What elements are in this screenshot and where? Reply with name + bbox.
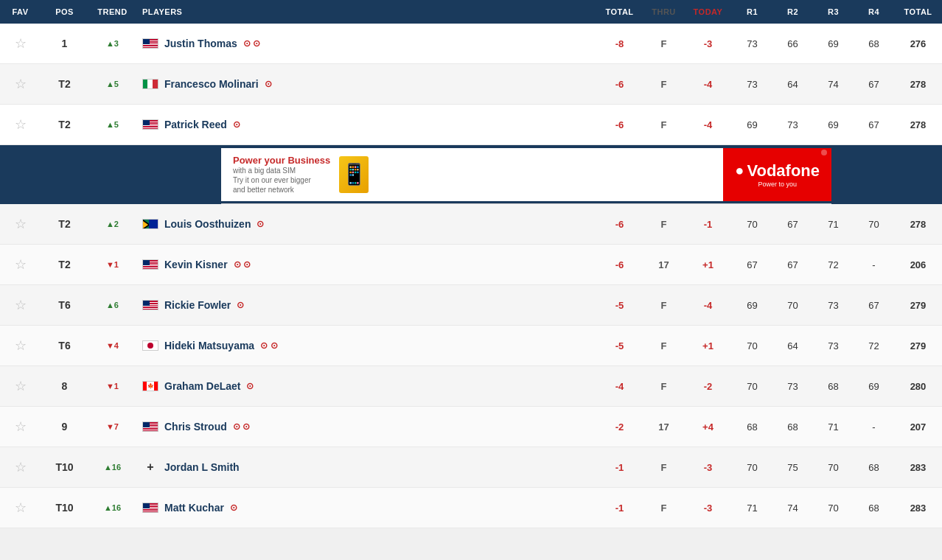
favorite-star[interactable]: ☆: [0, 419, 41, 435]
player-round-2: 70: [772, 300, 813, 311]
player-name[interactable]: Graham DeLaet: [164, 380, 240, 392]
player-info: Francesco Molinari⊙: [136, 78, 596, 90]
header-r3: R3: [813, 7, 854, 16]
table-row: ☆T10▲16Matt Kuchar⊙-1F-371747068283: [0, 488, 942, 528]
player-total: -6: [596, 259, 643, 270]
header-players: PLAYERS: [136, 7, 596, 16]
table-row: ☆9▼7Chris Stroud⊙ ⊙-217+4686871-207: [0, 407, 942, 447]
player-name[interactable]: Patrick Reed: [164, 119, 227, 130]
player-round-2: 66: [772, 38, 813, 49]
header-r2: R2: [772, 7, 813, 16]
player-total2: 280: [894, 381, 942, 392]
player-info: Louis Oosthuizen⊙: [136, 218, 596, 230]
favorite-star[interactable]: ☆: [0, 256, 41, 273]
player-trend: ▲16: [88, 463, 136, 472]
player-info: Matt Kuchar⊙: [136, 502, 596, 514]
player-round-2: 67: [772, 259, 813, 270]
player-round-4: 67: [854, 119, 894, 130]
player-name[interactable]: Hideki Matsuyama: [164, 340, 254, 351]
tracker-icon[interactable]: ⊙: [237, 300, 244, 310]
ad-sub2: Try it on our ever bigger: [233, 175, 330, 185]
table-row: ☆T2▲5Francesco Molinari⊙-6F-473647467278: [0, 64, 942, 105]
player-total2: 283: [894, 462, 942, 473]
player-name[interactable]: Matt Kuchar: [164, 502, 224, 514]
player-name[interactable]: Francesco Molinari: [164, 78, 259, 90]
player-name[interactable]: Justin Thomas: [164, 38, 237, 49]
player-round-1: 70: [732, 219, 772, 230]
player-thru: F: [643, 340, 684, 351]
player-round-1: 73: [732, 79, 772, 90]
player-round-4: 72: [854, 340, 894, 351]
player-total: -6: [596, 79, 643, 90]
player-thru: F: [643, 119, 684, 130]
favorite-star[interactable]: ☆: [0, 116, 41, 133]
tracker-icon[interactable]: ⊙ ⊙: [260, 340, 277, 351]
player-flag: [142, 38, 158, 49]
tracker-icon[interactable]: ⊙: [246, 381, 254, 391]
header-fav: FAV: [0, 7, 41, 16]
player-name[interactable]: Louis Oosthuizen: [164, 218, 251, 230]
player-round-4: 67: [854, 79, 894, 90]
player-round-1: 71: [732, 503, 772, 514]
favorite-star[interactable]: ☆: [0, 216, 41, 232]
player-position: T6: [41, 340, 88, 351]
player-trend: ▲16: [88, 503, 136, 512]
header-r4: R4: [854, 7, 894, 16]
player-total: -1: [596, 462, 643, 473]
player-round-2: 74: [772, 503, 813, 514]
tracker-icon[interactable]: ⊙ ⊙: [233, 421, 250, 432]
player-flag: +: [142, 461, 158, 474]
player-thru: F: [643, 503, 684, 514]
player-total: -4: [596, 381, 643, 392]
player-round-3: 70: [813, 462, 854, 473]
favorite-star[interactable]: ☆: [0, 76, 41, 92]
player-trend: ▼4: [88, 341, 136, 350]
player-info: 🍁Graham DeLaet⊙: [136, 380, 596, 392]
player-total: -8: [596, 38, 643, 49]
player-thru: F: [643, 219, 684, 230]
player-total2: 283: [894, 503, 942, 514]
player-today: -4: [684, 300, 732, 311]
player-trend: ▲5: [88, 80, 136, 88]
header-r1: R1: [732, 7, 772, 16]
favorite-star[interactable]: ☆: [0, 337, 41, 354]
player-name[interactable]: Chris Stroud: [164, 421, 227, 433]
player-name[interactable]: Rickie Fowler: [164, 299, 231, 311]
favorite-star[interactable]: ☆: [0, 459, 41, 475]
favorite-star[interactable]: ☆: [0, 35, 41, 52]
tracker-icon[interactable]: ⊙ ⊙: [243, 38, 260, 49]
tracker-icon[interactable]: ⊙ ⊙: [234, 259, 251, 270]
player-position: T6: [41, 299, 88, 311]
player-round-3: 68: [813, 381, 854, 392]
player-total2: 207: [894, 421, 942, 433]
player-trend: ▼7: [88, 422, 136, 431]
tracker-icon[interactable]: ⊙: [265, 79, 272, 89]
player-today: -1: [684, 219, 732, 230]
table-row: ☆T2▲5Patrick Reed⊙-6F-469736967278: [0, 105, 942, 145]
player-thru: F: [643, 300, 684, 311]
vodafone-tagline: Power to you: [758, 181, 797, 188]
ad-sub1: with a big data SIM: [233, 166, 330, 175]
player-name[interactable]: Kevin Kisner: [164, 259, 228, 270]
player-name[interactable]: Jordan L Smith: [164, 461, 240, 473]
tracker-icon[interactable]: ⊙: [230, 503, 237, 513]
ad-text: Power your Business with a big data SIM …: [233, 155, 330, 195]
player-round-3: 70: [813, 503, 854, 514]
player-trend: ▲3: [88, 39, 136, 48]
player-trend: ▼1: [88, 382, 136, 391]
player-info: Chris Stroud⊙ ⊙: [136, 421, 596, 433]
player-round-1: 70: [732, 462, 772, 473]
player-trend: ▼1: [88, 260, 136, 269]
tracker-icon[interactable]: ⊙: [233, 119, 240, 130]
tracker-icon[interactable]: ⊙: [257, 219, 264, 229]
player-round-2: 73: [772, 119, 813, 130]
favorite-star[interactable]: ☆: [0, 297, 41, 313]
player-total: -1: [596, 503, 643, 514]
player-round-4: 68: [854, 462, 894, 473]
header-today: TODAY: [684, 7, 732, 16]
player-position: T2: [41, 218, 88, 230]
player-round-2: 64: [772, 340, 813, 351]
favorite-star[interactable]: ☆: [0, 500, 41, 516]
table-row: ☆T2▲2Louis Oosthuizen⊙-6F-170677170278: [0, 204, 942, 245]
favorite-star[interactable]: ☆: [0, 378, 41, 394]
